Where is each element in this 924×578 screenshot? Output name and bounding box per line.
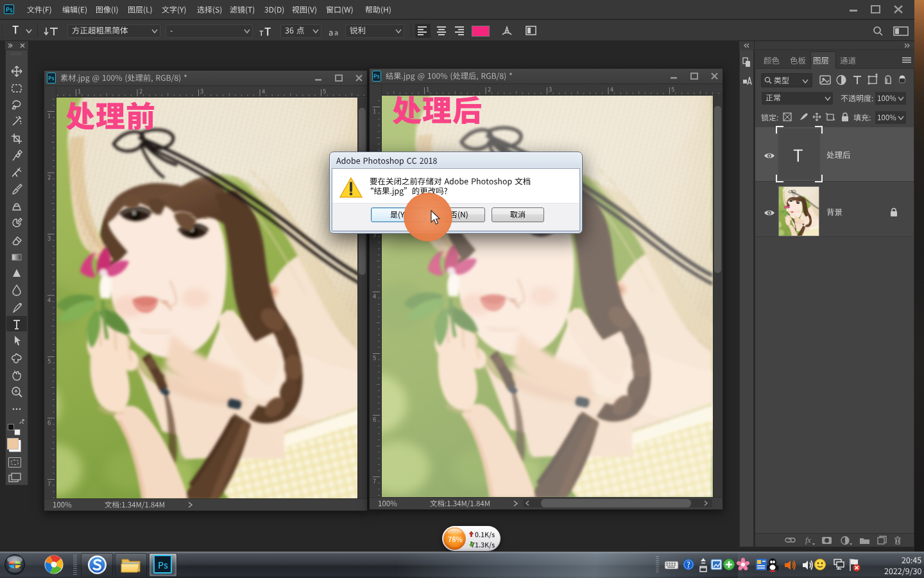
svg-text:fx: fx (805, 536, 811, 545)
